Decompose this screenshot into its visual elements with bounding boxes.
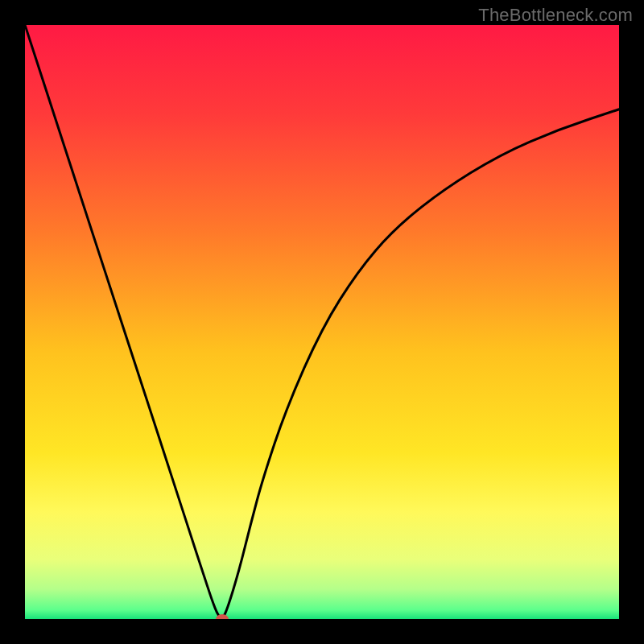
watermark-text: TheBottleneck.com [478,5,633,26]
plot-background [25,25,619,619]
chart-frame: TheBottleneck.com [0,0,644,644]
bottleneck-chart [25,25,619,619]
